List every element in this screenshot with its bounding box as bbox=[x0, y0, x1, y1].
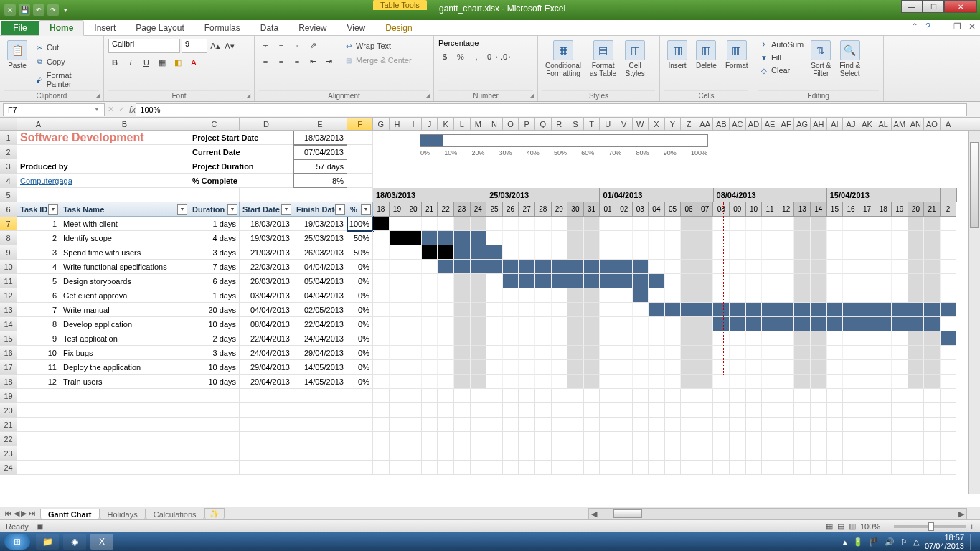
column-header[interactable]: AN bbox=[908, 118, 925, 130]
cell[interactable] bbox=[616, 461, 633, 475]
cell[interactable] bbox=[827, 446, 844, 461]
gantt-cell[interactable] bbox=[454, 231, 471, 245]
cell[interactable]: Write manual bbox=[60, 303, 189, 317]
cell[interactable] bbox=[859, 403, 876, 418]
cell[interactable] bbox=[486, 418, 503, 432]
gantt-cell[interactable] bbox=[730, 360, 746, 375]
gantt-cell[interactable] bbox=[730, 317, 746, 331]
gantt-cell[interactable] bbox=[697, 331, 714, 346]
cell[interactable] bbox=[503, 389, 519, 403]
gantt-cell[interactable] bbox=[584, 274, 600, 288]
cell[interactable] bbox=[908, 403, 925, 418]
gantt-cell[interactable] bbox=[471, 331, 487, 346]
cell[interactable] bbox=[17, 389, 60, 403]
gantt-cell[interactable] bbox=[762, 274, 778, 288]
cell[interactable] bbox=[941, 418, 957, 432]
volume-icon[interactable]: 🔊 bbox=[885, 537, 895, 547]
gantt-cell[interactable] bbox=[422, 360, 438, 375]
action-center-icon[interactable]: ⚐ bbox=[900, 537, 908, 547]
align-left-icon[interactable]: ≡ bbox=[259, 55, 272, 67]
cell[interactable] bbox=[665, 418, 682, 432]
cell[interactable] bbox=[778, 461, 795, 475]
gantt-cell[interactable] bbox=[859, 245, 876, 260]
cell[interactable] bbox=[908, 461, 925, 475]
cell[interactable] bbox=[811, 403, 827, 418]
gantt-cell[interactable] bbox=[390, 231, 406, 245]
gantt-cell[interactable] bbox=[633, 260, 649, 274]
cell[interactable]: Develop application bbox=[60, 317, 189, 331]
cell[interactable] bbox=[746, 389, 763, 403]
gantt-cell[interactable] bbox=[811, 274, 827, 288]
cell[interactable] bbox=[843, 418, 859, 432]
gantt-cell[interactable] bbox=[486, 360, 503, 375]
increase-indent-icon[interactable]: ⇥ bbox=[322, 55, 335, 67]
gantt-cell[interactable] bbox=[600, 331, 616, 346]
cell[interactable]: Fix bugs bbox=[60, 346, 189, 360]
gantt-cell[interactable] bbox=[762, 360, 778, 375]
cell[interactable] bbox=[519, 403, 535, 418]
gantt-cell[interactable] bbox=[471, 274, 487, 288]
gantt-cell[interactable] bbox=[567, 360, 584, 375]
row-header[interactable]: 14 bbox=[0, 317, 17, 331]
cell[interactable] bbox=[584, 446, 600, 461]
gantt-cell[interactable] bbox=[843, 288, 859, 303]
cell[interactable] bbox=[924, 418, 941, 432]
cell[interactable] bbox=[713, 446, 730, 461]
cell[interactable] bbox=[519, 446, 535, 461]
gantt-cell[interactable] bbox=[519, 375, 535, 389]
gantt-cell[interactable] bbox=[746, 217, 763, 231]
column-header[interactable]: AG bbox=[794, 118, 811, 130]
gantt-cell[interactable] bbox=[794, 231, 811, 245]
gantt-cell[interactable] bbox=[811, 231, 827, 245]
gantt-cell[interactable] bbox=[665, 331, 682, 346]
cell[interactable]: 10 days bbox=[189, 360, 240, 375]
cell[interactable] bbox=[240, 446, 293, 461]
gantt-cell[interactable] bbox=[454, 288, 471, 303]
column-header[interactable]: L bbox=[454, 118, 471, 130]
gantt-cell[interactable] bbox=[859, 274, 876, 288]
cell[interactable]: 4 bbox=[17, 260, 60, 274]
scroll-thumb[interactable] bbox=[970, 142, 979, 228]
cell[interactable] bbox=[17, 418, 60, 432]
cell[interactable]: 10 bbox=[17, 346, 60, 360]
cell[interactable] bbox=[347, 461, 373, 475]
format-as-table-button[interactable]: ▤Format as Table bbox=[587, 39, 619, 79]
cell[interactable] bbox=[713, 461, 730, 475]
gantt-cell[interactable] bbox=[519, 260, 535, 274]
sheet-tab-calculations[interactable]: Calculations bbox=[146, 509, 204, 519]
font-launcher-icon[interactable]: ◢ bbox=[244, 91, 253, 100]
cell[interactable] bbox=[347, 131, 373, 145]
gantt-cell[interactable] bbox=[827, 231, 844, 245]
cell[interactable]: 11 bbox=[17, 360, 60, 375]
column-header[interactable]: AD bbox=[746, 118, 763, 130]
gantt-cell[interactable] bbox=[778, 231, 795, 245]
gantt-cell[interactable] bbox=[681, 331, 697, 346]
cell[interactable] bbox=[811, 418, 827, 432]
gantt-cell[interactable] bbox=[843, 217, 859, 231]
gantt-cell[interactable] bbox=[633, 274, 649, 288]
excel-icon[interactable]: X bbox=[4, 4, 16, 16]
row-header[interactable]: 3 bbox=[0, 159, 17, 174]
gantt-cell[interactable] bbox=[519, 303, 535, 317]
cell[interactable]: 04/04/2013 bbox=[293, 260, 347, 274]
gantt-cell[interactable] bbox=[616, 260, 633, 274]
cell[interactable] bbox=[892, 403, 908, 418]
gantt-cell[interactable] bbox=[811, 317, 827, 331]
cell[interactable] bbox=[633, 432, 649, 446]
gantt-cell[interactable] bbox=[471, 217, 487, 231]
qat-customize-icon[interactable]: ▾ bbox=[62, 4, 69, 16]
gantt-cell[interactable] bbox=[633, 375, 649, 389]
gantt-cell[interactable] bbox=[746, 317, 763, 331]
gantt-cell[interactable] bbox=[535, 317, 552, 331]
cell[interactable] bbox=[843, 389, 859, 403]
gantt-cell[interactable] bbox=[746, 360, 763, 375]
gantt-cell[interactable] bbox=[697, 360, 714, 375]
row-header[interactable]: 9 bbox=[0, 245, 17, 260]
cell[interactable] bbox=[503, 461, 519, 475]
row-header[interactable]: 22 bbox=[0, 432, 17, 446]
tab-home[interactable]: Home bbox=[39, 20, 84, 36]
gantt-cell[interactable] bbox=[373, 288, 390, 303]
column-header[interactable]: AJ bbox=[843, 118, 859, 130]
cell[interactable]: 0% bbox=[347, 288, 373, 303]
cell[interactable] bbox=[438, 432, 454, 446]
